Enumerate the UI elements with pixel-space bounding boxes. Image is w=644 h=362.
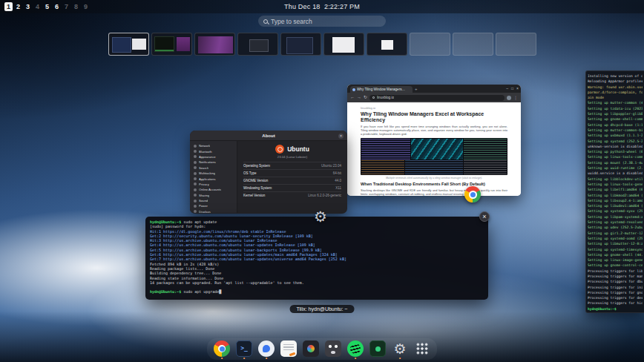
workspace-thumbnail[interactable] [108,33,149,56]
dock-item[interactable] [391,340,409,360]
search-bar[interactable] [258,16,386,27]
workspace-number[interactable]: 6 [53,2,61,11]
terminal-line: Setting up libsoup2.4-1:amd64 (2.74.3- [588,198,643,203]
settings-window[interactable]: About Network Bluetooth [190,131,347,214]
browser-tab[interactable]: Why Tiling Window Managers… [350,86,413,93]
workspace-number[interactable]: 9 [82,2,90,11]
dock-item[interactable] [235,340,253,360]
settings-sidebar-item[interactable]: Notifications [190,159,237,165]
terminal-line: Setting up usbmuxd (1.1.1-2build2) ... [588,133,643,138]
terminal-line: hydn@Ubuntu:~$ sudo apt upgrade [150,289,484,294]
dock-item[interactable] [324,340,342,360]
dock-item[interactable] [346,340,364,360]
dock-item[interactable] [413,340,431,360]
workspace-thumbnails [0,33,644,56]
settings-sidebar-item[interactable]: Sharing [190,193,237,198]
workspace-thumbnail[interactable] [237,33,278,56]
category-icon [194,172,197,175]
close-icon[interactable] [516,85,519,91]
settings-sidebar-item[interactable]: Power [190,203,237,208]
profile-avatar[interactable] [507,96,511,100]
dock-item[interactable] [369,340,387,360]
settings-sidebar-item[interactable]: Bluetooth [190,148,237,154]
article-paragraph: Stacking desktops like GNOME and KDE are… [361,188,507,196]
workspace-number[interactable]: 2 [14,2,22,11]
browser-toolbar: linuxblog.io [347,93,521,102]
maximize-icon[interactable] [511,85,513,91]
terminal-line: Setting up udev (252.5-2ubuntu3) ... [588,225,643,230]
settings-sidebar-item[interactable]: Displays [190,209,237,213]
article-image[interactable] [361,138,507,175]
browser-tab-strip: Why Tiling Window Managers… + [347,85,521,93]
distro-name: Ubuntu [287,145,309,153]
workspace-number[interactable]: 7 [62,2,70,11]
settings-sidebar-item[interactable]: Online Accounts [190,187,237,192]
settings-sidebar-item[interactable]: Network [190,143,237,148]
tilix-terminal-window[interactable]: hydn@Ubuntu:~$ sudo apt update [sudo] pa… [145,217,488,300]
workspace-number[interactable]: 3 [24,2,32,11]
workspace-thumbnail[interactable] [323,33,364,56]
image-pane [361,139,410,159]
category-icon [194,155,197,158]
back-icon[interactable] [350,93,355,102]
terminal-line: Processing triggers for man-db (2.11.2- [588,274,643,279]
workspace-thumbnail[interactable] [280,33,321,56]
tab-title: Why Tiling Window Managers… [357,88,405,91]
editor-icon [280,340,297,357]
workspace-number[interactable]: 4 [33,2,42,11]
settings-sidebar-item[interactable]: Appearance [190,154,237,159]
dock-item[interactable] [302,340,320,360]
minimize-icon[interactable] [506,85,508,91]
terminal-line: Processing triggers for libc-bin (2.37-0 [588,269,643,274]
browser-window[interactable]: Why Tiling Window Managers… + linuxblog.… [347,85,521,196]
workspace-indicator: 1 2 3 4 5 6 7 8 9 [0,2,90,11]
category-icon [194,194,197,197]
workspace-thumbnail[interactable] [453,33,493,56]
settings-sidebar-item[interactable]: Search [190,165,237,171]
chrome-icon [464,186,481,203]
distro-version: 23.04 (Lunar Lobster) [243,155,341,159]
desktop-overview: 1 2 3 4 5 6 7 8 9 Thu Dec 18 2:22:27 PM [0,0,644,362]
close-icon[interactable] [338,134,344,139]
settings-title: About [262,134,275,138]
category-icon [194,188,197,191]
workspace-thumbnail[interactable] [367,33,407,56]
dock-item[interactable] [257,340,275,360]
terminal-line: Setting up linux-tools-common (6.2.0-27 [588,154,643,159]
workspace-thumbnail[interactable] [496,33,536,56]
workspace-thumbnail[interactable] [410,33,450,56]
reload-icon[interactable] [364,93,367,102]
menu-icon[interactable] [513,95,518,100]
settings-sidebar-item[interactable]: Applications [190,176,237,181]
workspace-thumbnail[interactable] [194,33,235,56]
forward-icon[interactable] [357,93,361,102]
category-icon [194,200,197,203]
close-window-button[interactable] [479,211,490,222]
settings-sidebar-item[interactable]: Privacy [190,182,237,187]
dock-item[interactable] [280,340,298,360]
new-tab-button[interactable]: + [415,86,418,93]
workspace-number[interactable]: 1 [4,2,13,11]
dock-item[interactable] [213,340,231,360]
image-pane [411,139,463,159]
signal-icon [258,340,275,357]
terminal-icon [236,340,252,357]
workspace-number[interactable]: 8 [72,2,80,11]
terminal-window-right[interactable]: Installing new version of config file /e… [585,70,644,313]
clock[interactable]: Thu Dec 18 2:22:27 PM [284,3,360,10]
settings-sidebar-item[interactable]: Sound [190,198,237,203]
terminal-line: Setting up gir1.2-mutter-12:amd64 (44. [588,231,643,236]
terminal-line: Installing new version of config file /e… [588,73,643,79]
workspace-number[interactable]: 5 [43,2,51,11]
terminal-line: Setting up libpam-systemd:amd64 (252. [588,214,643,220]
category-icon [194,210,197,213]
terminal-line: Processing triggers for initramfs-tools [588,285,643,290]
address-bar[interactable]: linuxblog.io [369,95,505,101]
category-icon [194,205,197,208]
settings-sidebar-item[interactable]: Multitasking [190,171,237,176]
image-pane [464,139,507,159]
workspace-thumbnail[interactable] [151,33,192,56]
search-input[interactable] [271,18,381,25]
terminal-line: Processing triggers for dbus (1.14.4-1u [588,279,643,284]
terminal-line: Setting up linux-image-generic (6.2.0.2 [588,257,643,263]
